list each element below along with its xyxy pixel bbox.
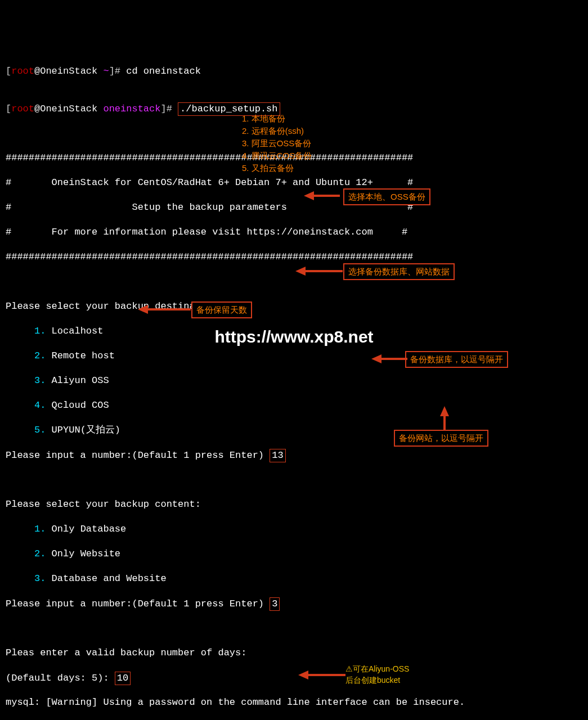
- label-days: 备份保留天数: [191, 302, 252, 318]
- note-dest-2: 2. 远程备份(ssh): [242, 125, 304, 137]
- watermark-text: https://www.xp8.net: [0, 331, 588, 343]
- note-dest-3: 3. 阿里云OSS备份: [242, 137, 311, 150]
- content-item-2: 2. Only Website: [6, 548, 582, 560]
- days-input-line[interactable]: (Default days: 5): 10: [6, 672, 582, 684]
- arrow-icon: [304, 191, 338, 200]
- cmd-cd: cd oneinstack: [126, 66, 201, 76]
- content-input-val: 3: [270, 597, 280, 611]
- days-input-val: 10: [115, 672, 131, 685]
- label-dest: 选择本地、OSS备份: [343, 188, 430, 205]
- banner-l1: # OneinStack for CentOS/RadHat 6+ Debian…: [6, 177, 582, 189]
- content-item-1: 1. Only Database: [6, 523, 582, 536]
- dest-item-3: 3. Aliyun OSS: [6, 375, 582, 387]
- arrow-icon: [295, 267, 338, 276]
- note-bucket-2: 后台创建bucket: [345, 674, 400, 686]
- dest-item-5: 5. UPYUN(又拍云): [6, 424, 582, 436]
- mysql-warning: mysql: [Warning] Using a password on the…: [6, 696, 582, 709]
- content-input-line[interactable]: Please input a number:(Default 1 press E…: [6, 597, 582, 610]
- dest-input-val: 13: [270, 449, 285, 462]
- note-dest-4: 4. 腾讯云COS备份: [242, 150, 312, 162]
- dest-input-line[interactable]: Please input a number:(Default 1 press E…: [6, 449, 582, 461]
- note-dest-5: 5. 又拍云备份: [242, 162, 294, 174]
- terminal-window[interactable]: { "prompt1": {"bracket_l":"[","user":"ro…: [0, 0, 588, 720]
- dest-title: Please select your backup destination:: [6, 300, 582, 313]
- banner-hr2: ########################################…: [6, 251, 582, 263]
- banner-l3: # For more information please visit http…: [6, 226, 582, 238]
- note-dest-1: 1. 本地备份: [242, 112, 285, 125]
- days-title: Pleas enter a valid backup number of day…: [6, 647, 582, 659]
- label-site: 备份网站，以逗号隔开: [394, 430, 488, 447]
- note-bucket-1: ⚠可在Aliyun-OSS: [345, 663, 409, 675]
- prompt-line-2: [root@OneinStack oneinstack]# ./backup_s…: [6, 102, 582, 115]
- label-db: 备份数据库，以逗号隔开: [405, 351, 508, 368]
- label-content: 选择备份数据库、网站数据: [343, 263, 455, 280]
- content-title: Please select your backup content:: [6, 498, 582, 511]
- content-item-3: 3. Database and Website: [6, 573, 582, 585]
- prompt-line-1: [root@OneinStack ~]# cd oneinstack: [6, 65, 582, 78]
- banner-l2: # Setup the backup parameters #: [6, 201, 582, 214]
- dest-item-4: 4. Qcloud COS: [6, 399, 582, 412]
